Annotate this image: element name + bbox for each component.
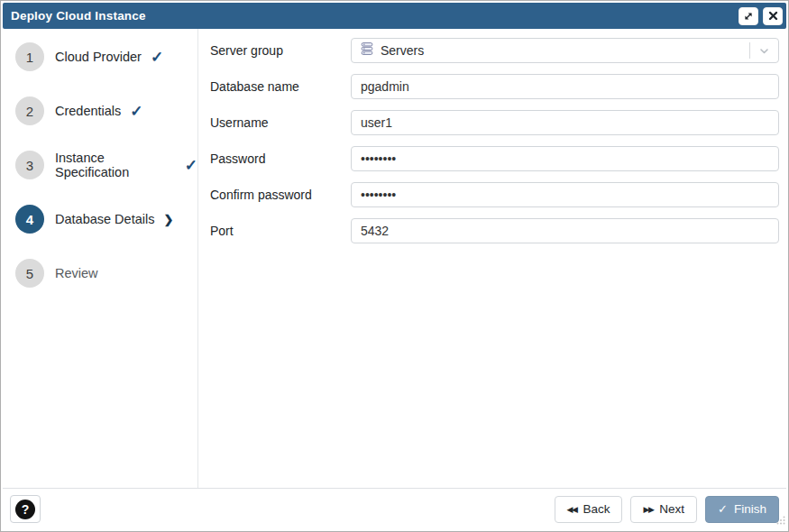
maximize-button[interactable] [739, 7, 758, 25]
step-review[interactable]: 5 Review [3, 246, 197, 300]
step-complete-check-icon: ✓ [130, 102, 142, 121]
footer-actions: ◀◀ Back ▶▶ Next ✓ Finish [555, 496, 779, 523]
help-button[interactable]: ? [10, 495, 41, 523]
resize-grip[interactable] [776, 512, 785, 528]
database-details-form: Server group Servers [198, 29, 786, 488]
confirm-password-input[interactable] [351, 182, 779, 207]
step-number-badge: 5 [15, 259, 44, 288]
server-group-row: Server group Servers [210, 38, 779, 63]
back-arrows-icon: ◀◀ [567, 505, 577, 514]
step-number-badge: 3 [15, 151, 44, 179]
confirm-password-label: Confirm password [210, 188, 351, 202]
finish-button[interactable]: ✓ Finish [705, 496, 779, 523]
port-row: Port [210, 218, 779, 243]
database-name-label: Database name [210, 79, 351, 94]
step-complete-check-icon: ✓ [151, 48, 163, 67]
password-input[interactable] [351, 146, 779, 171]
database-name-row: Database name [210, 74, 779, 99]
step-number-badge: 4 [15, 205, 44, 234]
server-group-value: Servers [381, 43, 424, 58]
deploy-cloud-instance-dialog: Deploy Cloud Instance 1 [0, 0, 789, 532]
finish-check-icon: ✓ [718, 502, 728, 516]
next-button-label: Next [659, 502, 684, 516]
step-database-details[interactable]: 4 Database Details ❯ [3, 192, 197, 246]
step-number-badge: 2 [15, 96, 44, 125]
back-button-label: Back [583, 502, 610, 516]
step-number-badge: 1 [15, 42, 44, 71]
username-input[interactable] [351, 110, 779, 135]
maximize-icon [743, 11, 754, 22]
close-icon [768, 11, 778, 21]
step-label: Database Details [55, 212, 154, 226]
step-instance-specification[interactable]: 3 Instance Specification ✓ [3, 138, 197, 192]
port-input[interactable] [351, 218, 779, 243]
password-row: Password [210, 146, 779, 171]
step-label: Instance Specification [55, 151, 176, 179]
dialog-titlebar: Deploy Cloud Instance [3, 3, 786, 29]
dialog-footer: ? ◀◀ Back ▶▶ Next ✓ Finish [3, 488, 786, 529]
username-row: Username [210, 110, 779, 135]
step-label: Credentials [55, 104, 121, 118]
password-label: Password [210, 151, 351, 166]
dialog-title: Deploy Cloud Instance [11, 9, 734, 23]
dialog-body: 1 Cloud Provider ✓ 2 Credentials ✓ 3 Ins… [3, 29, 786, 488]
server-group-label: Server group [210, 43, 351, 58]
step-label: Review [55, 266, 98, 280]
server-group-icon [360, 41, 374, 60]
step-credentials[interactable]: 2 Credentials ✓ [3, 84, 197, 138]
select-indicators [749, 39, 778, 62]
step-current-chevron-icon: ❯ [163, 213, 173, 226]
username-label: Username [210, 115, 351, 130]
port-label: Port [210, 224, 351, 238]
close-button[interactable] [763, 7, 783, 25]
next-arrows-icon: ▶▶ [643, 505, 653, 514]
server-group-select[interactable]: Servers [351, 38, 779, 63]
finish-button-label: Finish [734, 502, 766, 516]
next-button[interactable]: ▶▶ Next [630, 496, 697, 523]
step-label: Cloud Provider [55, 50, 142, 64]
help-icon: ? [15, 500, 35, 519]
wizard-steps-sidebar: 1 Cloud Provider ✓ 2 Credentials ✓ 3 Ins… [3, 29, 198, 488]
chevron-down-icon[interactable] [750, 45, 778, 57]
back-button[interactable]: ◀◀ Back [555, 496, 623, 523]
step-cloud-provider[interactable]: 1 Cloud Provider ✓ [3, 30, 197, 84]
confirm-password-row: Confirm password [210, 182, 779, 207]
step-complete-check-icon: ✓ [185, 156, 197, 175]
database-name-input[interactable] [351, 74, 779, 99]
